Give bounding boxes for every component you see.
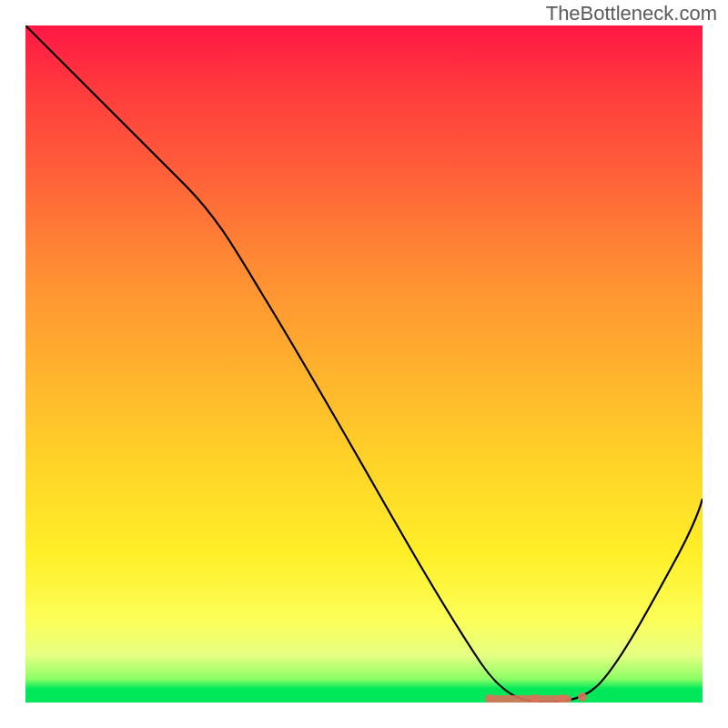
chart-plot-area <box>25 25 703 703</box>
chart-svg <box>25 25 703 703</box>
bottom-highlight <box>485 693 587 703</box>
bottleneck-curve <box>25 25 703 702</box>
svg-point-4 <box>578 693 587 702</box>
watermark-text: TheBottleneck.com <box>546 2 717 25</box>
